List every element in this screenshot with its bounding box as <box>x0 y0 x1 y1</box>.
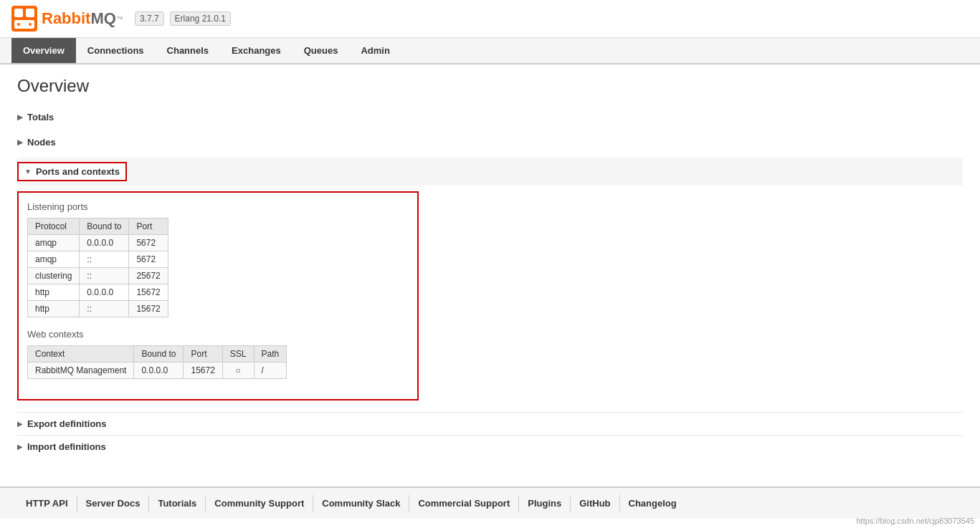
table-row: http :: 15672 <box>28 301 168 317</box>
path-cell: / <box>254 363 287 379</box>
context-cell: RabbitMQ Management <box>28 363 134 379</box>
svg-rect-1 <box>14 9 23 17</box>
nodes-header[interactable]: ▶ Nodes <box>17 133 963 152</box>
col-context: Context <box>28 346 134 363</box>
port-cell: 15672 <box>129 284 168 301</box>
protocol-cell: amqp <box>28 235 80 251</box>
export-section: ▶ Export definitions <box>17 412 963 435</box>
protocol-cell: http <box>28 301 80 317</box>
import-section: ▶ Import definitions <box>17 435 963 458</box>
footer-tutorials[interactable]: Tutorials <box>149 495 206 512</box>
ssl-cell: ○ <box>222 363 254 379</box>
protocol-cell: http <box>28 284 80 301</box>
nodes-section: ▶ Nodes <box>17 133 963 152</box>
table-row: amqp :: 5672 <box>28 251 168 268</box>
header: RabbitMQ™ 3.7.7 Erlang 21.0.1 <box>0 0 980 38</box>
table-row: clustering :: 25672 <box>28 268 168 284</box>
col-bound-to: Bound to <box>134 346 184 363</box>
web-contexts-table: Context Bound to Port SSL Path RabbitMQ … <box>27 345 287 379</box>
protocol-cell: clustering <box>28 268 80 284</box>
table-row: amqp 0.0.0.0 5672 <box>28 235 168 251</box>
export-arrow: ▶ <box>17 420 23 428</box>
bound-to-cell: :: <box>80 301 129 317</box>
footer-url: https://blog.csdn.net/cjp83073545 <box>856 517 974 519</box>
footer-community-support[interactable]: Community Support <box>206 495 313 512</box>
nav-admin[interactable]: Admin <box>349 38 401 63</box>
ports-and-contexts-label: Ports and contexts <box>36 166 120 177</box>
erlang-badge: Erlang 21.0.1 <box>170 11 231 26</box>
col-protocol: Protocol <box>28 219 80 235</box>
footer-community-slack[interactable]: Community Slack <box>313 495 409 512</box>
nav-overview[interactable]: Overview <box>11 38 76 63</box>
nodes-label: Nodes <box>27 137 56 148</box>
import-header[interactable]: ▶ Import definitions <box>17 441 963 452</box>
import-arrow: ▶ <box>17 443 23 451</box>
ports-and-contexts-header[interactable]: ▼ Ports and contexts <box>17 162 127 181</box>
nodes-arrow: ▶ <box>17 138 23 146</box>
ports-arrow: ▼ <box>24 168 32 176</box>
logo-text: Rabbit <box>42 9 90 28</box>
import-label: Import definitions <box>27 441 106 452</box>
logo: RabbitMQ™ <box>11 6 123 32</box>
col-port: Port <box>184 346 222 363</box>
export-label: Export definitions <box>27 418 107 429</box>
logo-tm: ™ <box>116 15 123 23</box>
listening-ports-title: Listening ports <box>27 201 409 212</box>
nav-channels[interactable]: Channels <box>156 38 221 63</box>
col-path: Path <box>254 346 287 363</box>
nav-connections[interactable]: Connections <box>76 38 156 63</box>
footer-plugins[interactable]: Plugins <box>519 495 571 512</box>
footer-github[interactable]: GitHub <box>571 495 619 512</box>
listening-ports-table: Protocol Bound to Port amqp 0.0.0.0 5672… <box>27 218 168 317</box>
logo-text-mq: MQ <box>90 9 115 28</box>
footer: HTTP API Server Docs Tutorials Community… <box>0 486 980 519</box>
table-row: RabbitMQ Management 0.0.0.0 15672 ○ / <box>28 363 287 379</box>
col-ssl: SSL <box>222 346 254 363</box>
port-cell: 15672 <box>184 363 222 379</box>
bound-to-cell: :: <box>80 268 129 284</box>
rabbitmq-logo-icon <box>11 6 37 32</box>
bound-to-cell: 0.0.0.0 <box>80 235 129 251</box>
footer-server-docs[interactable]: Server Docs <box>77 495 150 512</box>
table-row: http 0.0.0.0 15672 <box>28 284 168 301</box>
totals-section: ▶ Totals <box>17 107 963 127</box>
protocol-cell: amqp <box>28 251 80 268</box>
port-cell: 5672 <box>129 251 168 268</box>
svg-point-4 <box>17 23 20 26</box>
totals-arrow: ▶ <box>17 113 23 121</box>
version-badge: 3.7.7 <box>135 11 164 26</box>
export-header[interactable]: ▶ Export definitions <box>17 418 963 429</box>
totals-header[interactable]: ▶ Totals <box>17 107 963 127</box>
page-title: Overview <box>17 76 963 96</box>
svg-rect-2 <box>26 9 34 17</box>
ports-section-wrapper: ▼ Ports and contexts <box>17 158 963 186</box>
bound-to-cell: 0.0.0.0 <box>80 284 129 301</box>
ports-section-content: Listening ports Protocol Bound to Port a… <box>17 191 419 400</box>
port-cell: 25672 <box>129 268 168 284</box>
col-port: Port <box>129 219 168 235</box>
footer-commercial-support[interactable]: Commercial Support <box>409 495 519 512</box>
totals-label: Totals <box>27 112 54 123</box>
port-cell: 5672 <box>129 235 168 251</box>
col-bound-to: Bound to <box>80 219 129 235</box>
nav: Overview Connections Channels Exchanges … <box>0 38 980 64</box>
web-contexts-title: Web contexts <box>27 329 409 340</box>
bound-to-cell: 0.0.0.0 <box>134 363 184 379</box>
port-cell: 15672 <box>129 301 168 317</box>
footer-http-api[interactable]: HTTP API <box>17 495 77 512</box>
footer-changelog[interactable]: Changelog <box>620 495 685 512</box>
svg-point-5 <box>29 23 32 26</box>
nav-queues[interactable]: Queues <box>292 38 350 63</box>
nav-exchanges[interactable]: Exchanges <box>220 38 292 63</box>
bound-to-cell: :: <box>80 251 129 268</box>
main-content: Overview ▶ Totals ▶ Nodes ▼ Ports and co… <box>0 64 980 469</box>
